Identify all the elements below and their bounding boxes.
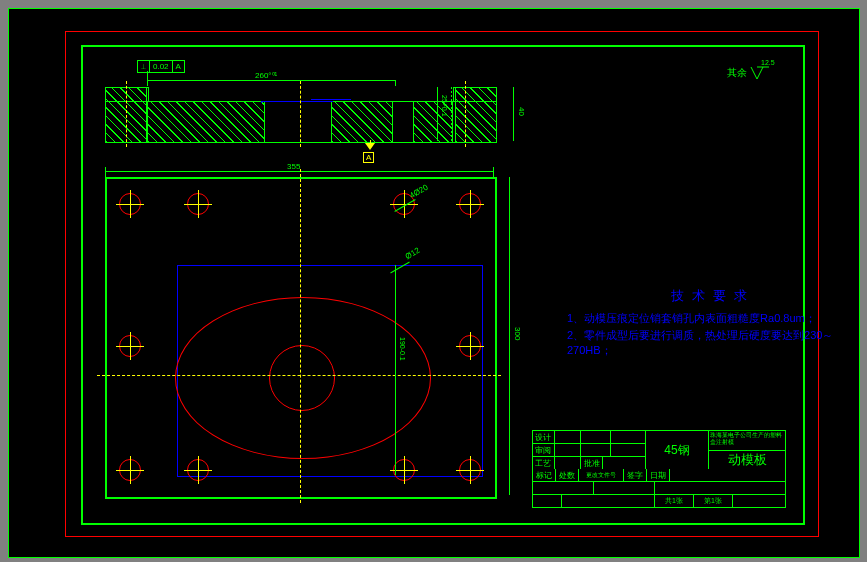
hole-br2: [393, 459, 415, 481]
tb-sign: 签字: [624, 469, 647, 481]
cad-canvas: ⟂ 0.02 A 260°⁰¹ 40 25+0.1: [8, 8, 860, 558]
surface-finish-label: 其余: [727, 66, 747, 80]
plan-top-dim: 355: [287, 162, 300, 171]
hatch-2: [331, 101, 393, 143]
geometric-tolerance-box: ⟂ 0.02 A: [137, 60, 185, 73]
section-blue-step: [311, 99, 351, 103]
plan-ext-1: [105, 167, 106, 177]
technical-requirements: 技术要求 1、动模压痕定位销套销孔内表面粗糙度Ra0.8um； 2、零件成型后要…: [567, 287, 859, 360]
tb-sheet-total: 共1张: [655, 495, 694, 507]
tb-count: 处数: [556, 469, 579, 481]
tb-product: 珠海某电子公司生产的塑料盒注射模: [709, 431, 785, 451]
section-centerline-main: [300, 81, 301, 147]
surface-finish-default: 其余 12.5: [727, 65, 771, 81]
datum-a-indicator: A: [365, 143, 376, 161]
plan-top-dim-line: [105, 171, 493, 172]
ext-line-1: [147, 80, 148, 86]
gtol-value: 0.02: [150, 61, 173, 72]
surface-finish-icon: [749, 65, 771, 81]
section-centerline-right: [465, 81, 466, 147]
surface-finish-value: 12.5: [761, 59, 775, 66]
tb-change-doc: 更改文件号: [579, 469, 624, 481]
ext-line-2: [395, 80, 396, 86]
gtol-datum: A: [173, 61, 184, 72]
plan-ext-2: [493, 167, 494, 177]
break-line-1: [451, 87, 452, 141]
hole-bl2: [187, 459, 209, 481]
hole-mr: [459, 335, 481, 357]
plan-right-dim: 300: [513, 327, 522, 340]
hatch-1: [147, 101, 265, 143]
tb-material: 45钢: [646, 431, 709, 469]
hole-tl: [119, 193, 141, 215]
section-top-dim-line: [147, 80, 395, 81]
tb-mark: 标记: [533, 469, 556, 481]
hole-br: [459, 459, 481, 481]
tech-req-line-2: 2、零件成型后要进行调质，热处理后硬度要达到230～270HB；: [567, 328, 859, 358]
section-height-dim: 40: [517, 107, 526, 116]
plan-right-dim-line: [509, 177, 510, 495]
section-top-dim: 260°⁰¹: [255, 71, 277, 80]
plan-inner-dim: 190-0.1: [399, 337, 406, 361]
datum-a-label: A: [363, 152, 374, 163]
title-block: 设计 审阅 工艺 批准 45钢: [532, 430, 786, 508]
hole-tl2: [187, 193, 209, 215]
section-centerline-left: [126, 81, 127, 147]
section-small-dim-line: [437, 87, 438, 141]
hole-ml: [119, 335, 141, 357]
tb-sheet-num: 第1张: [694, 495, 733, 507]
hole-tr: [459, 193, 481, 215]
tb-process-label: 工艺: [533, 457, 555, 469]
plan-inner-dim-line: [395, 265, 396, 475]
section-small-dim: 25+0.1: [441, 95, 448, 117]
hole-bl: [119, 459, 141, 481]
section-height-dim-line: [513, 87, 514, 141]
hatch-4: [455, 87, 497, 143]
tb-review-label: 审阅: [533, 444, 555, 456]
gtol-symbol: ⟂: [138, 61, 150, 72]
tb-part-name: 动模板: [709, 451, 785, 469]
plan-centerline-v: [300, 169, 301, 503]
tech-req-line-1: 1、动模压痕定位销套销孔内表面粗糙度Ra0.8um；: [567, 311, 859, 326]
plan-centerline-h: [97, 375, 501, 376]
section-blue-v1: [261, 101, 262, 103]
datum-stem: [370, 140, 371, 144]
tb-approve-label: 批准: [581, 457, 603, 469]
tb-design-label: 设计: [533, 431, 555, 443]
plan-center-bore: [269, 345, 335, 411]
tb-date: 日期: [647, 469, 670, 481]
tech-req-title: 技术要求: [567, 287, 859, 305]
